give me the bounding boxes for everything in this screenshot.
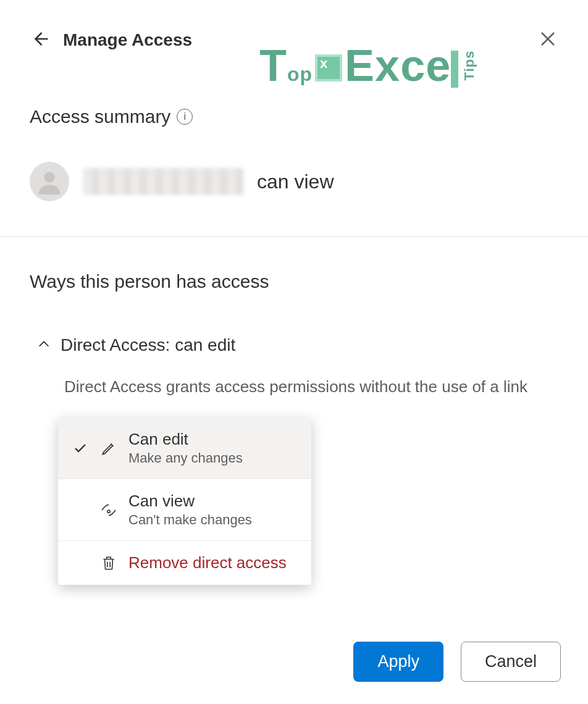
checkmark-icon	[72, 441, 89, 456]
eye-icon	[100, 502, 117, 518]
svg-point-0	[44, 172, 55, 183]
cancel-button[interactable]: Cancel	[461, 642, 561, 682]
menu-item-can-view[interactable]: Can view Can't make changes	[58, 479, 311, 540]
menu-item-remove-access[interactable]: Remove direct access	[58, 540, 311, 585]
direct-access-description: Direct Access grants access permissions …	[64, 377, 558, 396]
menu-item-title: Can edit	[128, 430, 243, 449]
menu-item-subtitle: Can't make changes	[128, 512, 252, 528]
menu-item-subtitle: Make any changes	[128, 450, 243, 466]
direct-access-accordion-header[interactable]: Direct Access: can edit	[37, 335, 558, 355]
permission-dropdown-menu: Can edit Make any changes Can view Can't…	[58, 417, 311, 585]
menu-item-title: Can view	[128, 492, 252, 511]
ways-heading: Ways this person has access	[30, 271, 558, 292]
info-icon[interactable]: i	[177, 109, 193, 125]
chevron-up-icon	[37, 335, 51, 355]
user-summary-row: can view	[30, 162, 558, 236]
menu-item-can-edit[interactable]: Can edit Make any changes	[58, 417, 311, 479]
close-icon[interactable]	[539, 30, 557, 51]
access-summary-heading: Access summary	[30, 106, 170, 127]
page-title: Manage Access	[63, 30, 192, 50]
back-arrow-icon[interactable]	[31, 30, 49, 51]
trash-icon	[100, 555, 117, 571]
avatar-icon	[30, 162, 69, 201]
menu-item-title: Remove direct access	[128, 553, 287, 572]
svg-point-1	[107, 510, 110, 513]
section-divider	[0, 236, 588, 237]
direct-access-title: Direct Access: can edit	[61, 335, 235, 355]
pencil-icon	[100, 440, 117, 456]
user-permission-label: can view	[257, 170, 334, 193]
user-name-redacted	[83, 168, 243, 195]
apply-button[interactable]: Apply	[353, 642, 443, 682]
